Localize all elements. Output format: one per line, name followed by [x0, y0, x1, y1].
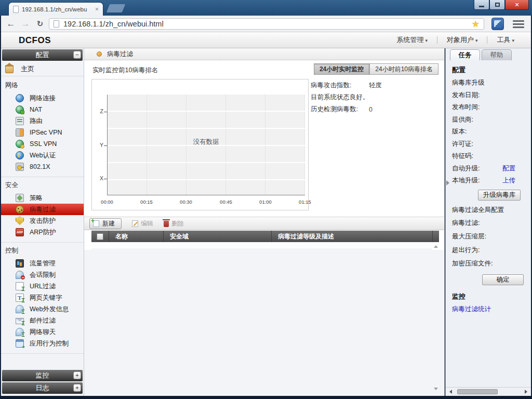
new-button[interactable]: 新建: [89, 218, 122, 229]
attack-index-label: 病毒攻击指数:: [311, 81, 369, 90]
sidebar-item-virus-filter[interactable]: 病毒过滤: [1, 204, 84, 215]
panel-horizontal-scrollbar[interactable]: [446, 387, 531, 396]
close-button[interactable]: ✕: [505, 0, 529, 10]
sidebar-item-home[interactable]: 主页: [1, 62, 84, 76]
x-tick-label: 00:00: [101, 199, 113, 205]
tab-task[interactable]: 任务: [450, 49, 480, 60]
forward-icon[interactable]: →: [19, 17, 32, 31]
exceed-behavior-label: 超出行为:: [452, 243, 531, 257]
sidebar-item-label: SSL VPN: [30, 140, 57, 148]
version-label: 版本:: [452, 126, 531, 138]
scroll-down-arrow[interactable]: [433, 385, 439, 392]
virus-stats: 病毒攻击指数: 轻度 目前系统状态良好。 历史检测病毒数: 0: [311, 79, 382, 115]
shield-icon: [16, 217, 24, 225]
auto-upgrade-config-link[interactable]: 配置: [502, 163, 515, 175]
scrollbar-thumb[interactable]: [457, 389, 498, 394]
list-toolbar: 新建 编辑 删除: [84, 217, 444, 230]
dcfos-logo: DCFOS: [19, 35, 51, 46]
attack-index-value: 轻度: [369, 81, 382, 90]
minimize-button[interactable]: [474, 0, 489, 10]
virus-filter-stats-link[interactable]: 病毒过滤统计: [452, 303, 531, 315]
local-upload-link[interactable]: 上传: [502, 175, 515, 187]
local-upgrade-label: 本地升级:: [452, 175, 480, 187]
collapse-minus-icon[interactable]: −: [73, 51, 81, 59]
main-panel: 病毒过滤 实时监控前10病毒排名 24小时实时监控 24小时前10病毒排名 Z …: [84, 48, 445, 396]
sidebar-header[interactable]: 配置 −: [2, 49, 83, 61]
panel-tabs: 任务 帮助: [446, 48, 531, 60]
sidebar-item-url-filter[interactable]: URL过滤: [1, 281, 84, 292]
sidebar-item-session-limit[interactable]: 会话限制: [1, 269, 84, 281]
sidebar-item-label: URL过滤: [30, 282, 56, 291]
toggle-top10-ranking[interactable]: 24小时前10病毒排名: [369, 63, 438, 75]
panel-collapse-arrow-icon[interactable]: [446, 180, 449, 185]
back-icon[interactable]: ←: [4, 17, 18, 31]
sidebar-item-label: 主页: [21, 64, 34, 74]
sidebar-item-route[interactable]: 路由: [1, 115, 84, 127]
expand-plus-icon[interactable]: +: [73, 371, 81, 379]
new-tab-button[interactable]: [107, 4, 125, 12]
tab-help[interactable]: 帮助: [482, 49, 512, 60]
router-icon: [16, 117, 24, 125]
sidebar-item-label: NAT: [30, 106, 42, 113]
sidebar-section-security: 安全 策略 病毒过滤 攻击防护 ARP防护: [1, 177, 84, 243]
status-dot-icon: [97, 51, 102, 57]
expand-plus-icon[interactable]: +: [73, 384, 81, 392]
scroll-right-arrow[interactable]: [525, 390, 527, 394]
sidebar-item-label: 网络连接: [30, 94, 56, 103]
global-config-title: 病毒过滤全局配置: [452, 204, 531, 217]
delete-button[interactable]: 删除: [164, 219, 184, 228]
table-empty-area: [84, 250, 444, 396]
sidebar-item-traffic-management[interactable]: 流量管理: [1, 258, 84, 269]
scroll-left-arrow[interactable]: [449, 390, 452, 394]
sidebar-item-policy[interactable]: 策略: [1, 192, 84, 204]
select-all-checkbox[interactable]: [97, 233, 103, 240]
select-all-cell: [91, 231, 109, 242]
browser-menu-icon[interactable]: [513, 20, 524, 30]
menu-object-user[interactable]: 对象用户: [437, 35, 487, 45]
sidebar-item-web-auth[interactable]: e Web认证: [1, 150, 84, 161]
sidebar-item-ipsec-vpn[interactable]: IPSec VPN: [1, 127, 84, 138]
traffic-monitor-icon: [16, 259, 24, 268]
sidebar-item-8021x[interactable]: 802.1X: [1, 161, 84, 172]
history-count-label: 历史检测病毒数:: [311, 105, 369, 114]
menu-system-admin[interactable]: 系统管理: [387, 35, 437, 45]
url-text[interactable]: 192.168.1.1/zh_cn/webui.html: [63, 20, 468, 28]
sidebar-item-network-chat[interactable]: 网络聊天: [1, 326, 84, 338]
bar-label: 监控: [36, 371, 49, 379]
sidebar-item-attack-protection[interactable]: 攻击防护: [1, 215, 84, 227]
sidebar-item-network-connection[interactable]: 网络连接: [1, 92, 84, 104]
sidebar-item-label: Web认证: [30, 151, 56, 160]
sidebar-item-mail-filter[interactable]: 邮件过滤: [1, 315, 84, 326]
upgrade-virus-db-button[interactable]: 升级病毒库: [478, 190, 521, 201]
sidebar-item-label: 路由: [30, 117, 43, 126]
sidebar-item-label: 攻击防护: [30, 217, 56, 225]
sidebar-item-nat[interactable]: NAT: [1, 104, 84, 115]
maximize-button[interactable]: [489, 0, 505, 10]
scroll-up-arrow[interactable]: [433, 243, 439, 249]
extension-icon[interactable]: [491, 18, 504, 30]
menu-tools[interactable]: 工具: [487, 35, 524, 45]
bookmark-star-icon[interactable]: ★: [472, 20, 480, 29]
sidebar-item-web-outgoing[interactable]: Web外发信息: [1, 303, 84, 315]
sidebar-item-arp-protection[interactable]: ARP防护: [1, 227, 84, 238]
page-icon: [54, 20, 59, 28]
sidebar-bar-log[interactable]: 日志 +: [2, 382, 83, 394]
ok-button[interactable]: 确定: [482, 274, 524, 285]
tab-close-icon[interactable]: ×: [95, 6, 99, 13]
browser-tab[interactable]: 192.168.1.1/zh_cn/webu ×: [8, 2, 103, 16]
auto-upgrade-row: 自动升级: 配置: [452, 163, 531, 175]
sidebar-item-label: Web外发信息: [30, 305, 69, 314]
window-border-bottom: [0, 396, 532, 399]
sidebar-item-app-behavior-control[interactable]: 应用行为控制: [1, 338, 84, 349]
no-data-label: 没有数据: [107, 138, 305, 147]
edit-button[interactable]: 编辑: [132, 219, 153, 228]
toggle-realtime-monitor[interactable]: 24小时实时监控: [314, 63, 369, 75]
reload-icon[interactable]: ↻: [33, 17, 47, 31]
address-bar[interactable]: 192.168.1.1/zh_cn/webui.html ★: [49, 18, 484, 30]
y-tick-label: X: [96, 175, 103, 181]
virus-filter-label: 病毒过滤:: [452, 216, 531, 230]
sidebar-item-ssl-vpn[interactable]: SSL VPN: [1, 138, 84, 150]
sidebar-item-web-keyword[interactable]: T 网页关键字: [1, 292, 84, 303]
page-title: 病毒过滤: [107, 50, 133, 59]
sidebar-bar-monitor[interactable]: 监控 +: [2, 370, 83, 381]
